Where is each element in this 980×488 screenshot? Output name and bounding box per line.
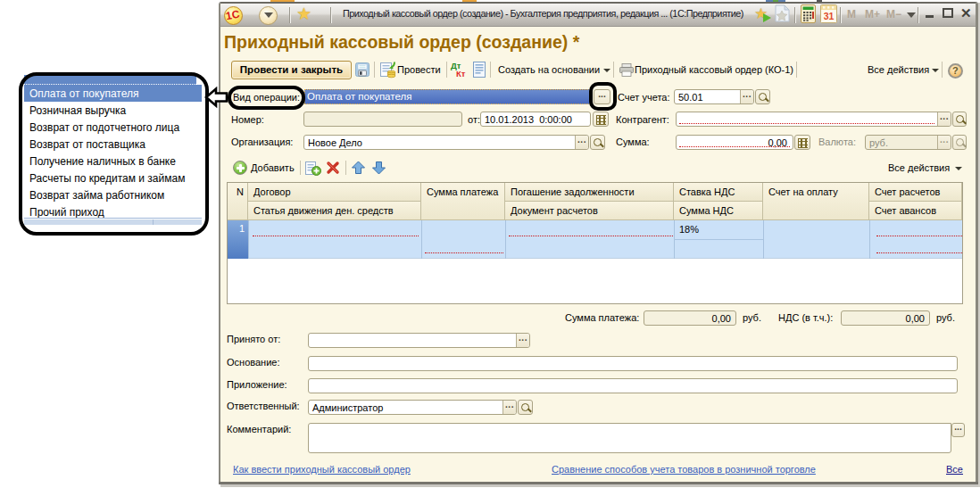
svg-text:31: 31 [824, 11, 835, 21]
